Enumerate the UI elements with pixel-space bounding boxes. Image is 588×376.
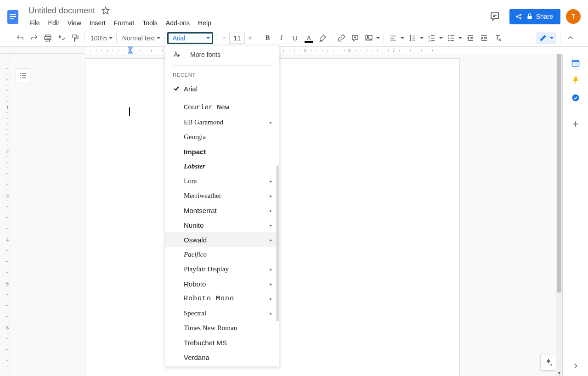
font-item-roboto-mono[interactable]: Roboto Mono▸ (165, 291, 279, 306)
share-label: Share (536, 13, 553, 20)
doc-title[interactable]: Untitled document (26, 5, 98, 17)
add-addon-icon[interactable] (571, 119, 580, 129)
font-item-pacifico[interactable]: Pacifico (165, 247, 279, 262)
font-size-increase[interactable]: + (245, 33, 255, 44)
font-item-oswald[interactable]: Oswald▸ (165, 232, 279, 247)
font-item-eb-garamond[interactable]: EB Garamond▸ (165, 115, 279, 129)
font-item-impact[interactable]: Impact (165, 144, 279, 159)
spellcheck-button[interactable] (55, 32, 68, 45)
font-size-control: − + (219, 33, 255, 44)
svg-marker-4 (102, 7, 109, 14)
submenu-arrow-icon: ▸ (270, 311, 272, 316)
font-item-playfair-display[interactable]: Playfair Display▸ (165, 262, 279, 276)
account-avatar[interactable]: T (566, 9, 581, 24)
print-button[interactable] (41, 32, 54, 45)
tasks-icon[interactable] (571, 93, 580, 102)
numbered-list-button[interactable]: 123 (425, 32, 444, 45)
insert-image-button[interactable] (362, 32, 381, 45)
font-item-trebuchet-ms[interactable]: Trebuchet MS (165, 335, 279, 350)
menu-edit[interactable]: Edit (45, 17, 63, 28)
svg-rect-2 (10, 16, 16, 17)
horizontal-ruler[interactable]: 1234567 (0, 47, 588, 54)
main-area: 123456 ▾ 31 (0, 54, 588, 376)
menu-tools[interactable]: Tools (139, 17, 161, 28)
italic-button[interactable]: I (275, 32, 288, 45)
submenu-arrow-icon: ▸ (270, 296, 272, 301)
recent-label: RECENT (165, 67, 279, 81)
svg-rect-9 (520, 18, 521, 19)
vertical-scrollbar[interactable]: ▾ (556, 54, 562, 376)
font-family-dropdown[interactable]: Arial (167, 32, 213, 44)
font-item-times-new-roman[interactable]: Times New Roman (165, 320, 279, 335)
star-icon[interactable] (102, 6, 110, 15)
undo-button[interactable] (14, 32, 27, 45)
scrollbar-thumb[interactable] (557, 54, 561, 292)
insert-comment-button[interactable] (349, 32, 362, 45)
comment-history-icon[interactable] (486, 7, 504, 26)
underline-button[interactable]: U (288, 32, 301, 45)
hide-menus-button[interactable] (564, 32, 577, 45)
menu-file[interactable]: File (26, 17, 44, 28)
clear-formatting-button[interactable] (492, 32, 504, 45)
font-size-decrease[interactable]: − (219, 33, 229, 44)
redo-button[interactable] (28, 32, 40, 45)
menu-insert[interactable]: Insert (86, 17, 109, 28)
calendar-icon[interactable]: 31 (571, 58, 580, 67)
more-fonts-item[interactable]: More fonts (165, 46, 279, 63)
paint-format-button[interactable] (69, 32, 82, 45)
submenu-arrow-icon: ▸ (270, 223, 272, 228)
header: Untitled document FileEditViewInsertForm… (0, 0, 588, 29)
vertical-ruler[interactable]: 123456 (0, 54, 10, 376)
font-item-spectral[interactable]: Spectral▸ (165, 306, 279, 320)
font-item-nunito[interactable]: Nunito▸ (165, 218, 279, 232)
font-item-montserrat[interactable]: Montserrat▸ (165, 203, 279, 218)
paragraph-style-dropdown[interactable]: Normal text (119, 32, 162, 45)
editing-mode-button[interactable] (536, 32, 556, 44)
docs-home-icon[interactable] (4, 7, 22, 26)
font-item-georgia[interactable]: Georgia (165, 129, 279, 144)
svg-rect-7 (516, 16, 517, 17)
menu-bar: FileEditViewInsertFormatToolsAdd-onsHelp (26, 17, 486, 28)
font-size-input[interactable] (229, 33, 245, 44)
bold-button[interactable]: B (261, 32, 274, 45)
align-button[interactable] (387, 32, 405, 45)
explore-button[interactable] (540, 354, 557, 370)
submenu-arrow-icon: ▸ (270, 267, 272, 272)
insert-link-button[interactable] (335, 32, 348, 45)
document-canvas[interactable]: ▾ (10, 54, 562, 376)
highlight-color-button[interactable] (316, 32, 329, 45)
font-item-lora[interactable]: Lora▸ (165, 174, 279, 188)
bulleted-list-button[interactable] (445, 32, 463, 45)
font-item-arial[interactable]: Arial (165, 81, 279, 96)
font-item-roboto[interactable]: Roboto▸ (165, 276, 279, 291)
menu-help[interactable]: Help (194, 17, 215, 28)
decrease-indent-button[interactable] (464, 32, 477, 45)
checkmark-icon (173, 85, 184, 92)
svg-point-18 (368, 36, 369, 38)
submenu-arrow-icon: ▸ (270, 237, 272, 242)
submenu-arrow-icon: ▸ (270, 120, 272, 125)
menu-format[interactable]: Format (110, 17, 138, 28)
hide-sidepanel-icon[interactable] (571, 361, 580, 370)
svg-text:3: 3 (429, 39, 430, 42)
svg-point-55 (550, 364, 552, 365)
svg-text:31: 31 (573, 62, 577, 66)
font-menu-scrollbar[interactable] (276, 165, 279, 364)
zoom-dropdown[interactable]: 100% (88, 32, 113, 45)
more-fonts-label: More fonts (190, 51, 220, 58)
share-button[interactable]: Share (509, 9, 560, 24)
font-item-lobster[interactable]: Lobster (165, 159, 279, 174)
outline-toggle-button[interactable] (16, 68, 30, 83)
svg-rect-3 (10, 18, 14, 19)
svg-rect-10 (527, 16, 531, 19)
keep-icon[interactable] (571, 76, 580, 85)
menu-view[interactable]: View (64, 17, 85, 28)
svg-point-60 (572, 95, 579, 101)
font-item-merriweather[interactable]: Merriweather▸ (165, 188, 279, 203)
text-color-button[interactable]: A (302, 32, 315, 45)
line-spacing-button[interactable] (406, 32, 424, 45)
menu-add-ons[interactable]: Add-ons (162, 17, 193, 28)
font-item-courier-new[interactable]: Courier New (165, 100, 279, 115)
increase-indent-button[interactable] (478, 32, 491, 45)
font-item-verdana[interactable]: Verdana (165, 350, 279, 365)
